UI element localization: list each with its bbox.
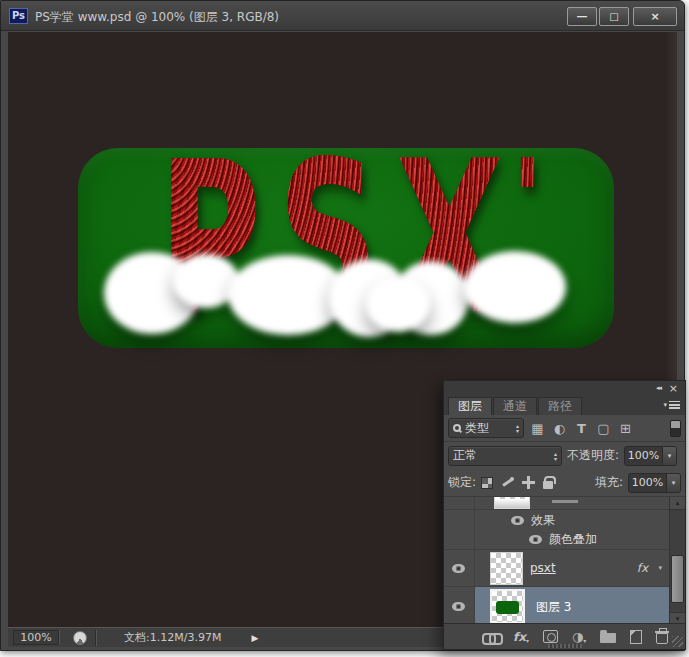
window-title: PS学堂 www.psd @ 100% (图层 3, RGB/8) bbox=[35, 9, 279, 26]
fill-value[interactable]: 100% bbox=[629, 476, 666, 489]
tab-layers[interactable]: 图层 bbox=[448, 397, 492, 415]
filter-smart-object-icon[interactable]: ⊞ bbox=[617, 421, 634, 436]
maximize-button[interactable]: □ bbox=[599, 7, 629, 26]
fill-input[interactable]: 100% ▾ bbox=[628, 473, 681, 493]
add-layer-mask-icon[interactable] bbox=[543, 630, 558, 643]
title-bar[interactable]: Ps PS学堂 www.psd @ 100% (图层 3, RGB/8) — □… bbox=[1, 1, 684, 31]
layer-name[interactable]: psxt bbox=[530, 561, 556, 575]
panel-resize-grip[interactable] bbox=[672, 636, 683, 647]
panel-tabs: 图层 通道 路径 ▾ bbox=[444, 396, 685, 415]
clipped-layer-name bbox=[552, 500, 578, 503]
collapse-effects-arrow-icon[interactable]: ▾ bbox=[658, 564, 662, 572]
panel-drag-handle[interactable] bbox=[548, 644, 582, 648]
visibility-eye-icon[interactable] bbox=[511, 516, 524, 525]
menu-lines-icon bbox=[669, 401, 680, 409]
fur-blob bbox=[366, 276, 430, 332]
color-overlay-label: 颜色叠加 bbox=[549, 531, 597, 548]
effects-label: 效果 bbox=[531, 512, 555, 529]
artwork: PSXT bbox=[78, 148, 614, 348]
opacity-dropdown-arrow-icon[interactable]: ▾ bbox=[662, 447, 676, 465]
document-size-info: 文档:1.12M/3.97M bbox=[124, 630, 221, 645]
delete-layer-icon[interactable] bbox=[656, 633, 668, 644]
combo-arrows-icon: ▴▾ bbox=[516, 423, 519, 433]
close-button[interactable]: × bbox=[633, 7, 677, 26]
layers-panel: ◂◂ × 图层 通道 路径 ▾ 类型 ▴▾ ▦ ◐ T ▢ ⊞ bbox=[443, 380, 686, 650]
new-layer-icon[interactable] bbox=[630, 630, 642, 644]
visibility-eye-icon[interactable] bbox=[452, 602, 465, 611]
fur-blob bbox=[464, 251, 566, 323]
layer-name[interactable]: 图层 3 bbox=[536, 599, 571, 616]
lock-buttons bbox=[481, 476, 553, 489]
filter-adjustment-layers-icon[interactable]: ◐ bbox=[551, 421, 568, 436]
panel-close-icon[interactable]: × bbox=[669, 382, 678, 395]
effects-row[interactable]: 效果 bbox=[444, 510, 669, 530]
status-flyout-arrow-icon[interactable]: ▶ bbox=[251, 633, 258, 643]
opacity-label: 不透明度: bbox=[567, 447, 619, 464]
lock-all-icon[interactable] bbox=[543, 476, 553, 489]
layer-thumbnail[interactable] bbox=[490, 589, 525, 624]
panel-title-bar[interactable]: ◂◂ × bbox=[444, 381, 685, 396]
lock-transparent-pixels-icon[interactable] bbox=[481, 477, 493, 489]
menu-arrow-icon: ▾ bbox=[663, 401, 667, 409]
opacity-value[interactable]: 100% bbox=[625, 449, 662, 462]
layer-thumbnail[interactable] bbox=[490, 552, 523, 585]
filter-pixel-layers-icon[interactable]: ▦ bbox=[529, 421, 546, 436]
scroll-up-icon[interactable]: ▴ bbox=[670, 497, 685, 510]
desktop: Ps PS学堂 www.psd @ 100% (图层 3, RGB/8) — □… bbox=[0, 0, 689, 657]
filter-kind-dropdown[interactable]: 类型 ▴▾ bbox=[448, 418, 524, 438]
visibility-eye-icon[interactable] bbox=[452, 564, 465, 573]
green-layer-preview bbox=[496, 601, 519, 614]
photoshop-logo-icon: Ps bbox=[9, 8, 28, 24]
fill-label: 填充: bbox=[595, 474, 623, 491]
layer-list: 效果 颜色叠加 psxt fx ▾ 图层 3 bbox=[444, 496, 685, 625]
lock-image-pixels-icon[interactable] bbox=[501, 476, 514, 489]
layer-thumbnail[interactable] bbox=[494, 497, 530, 509]
opacity-input[interactable]: 100% ▾ bbox=[624, 446, 677, 466]
new-group-icon[interactable] bbox=[600, 633, 616, 643]
panel-menu-icon[interactable]: ▾ bbox=[663, 401, 680, 409]
filter-shape-layers-icon[interactable]: ▢ bbox=[595, 421, 612, 436]
add-adjustment-layer-button[interactable]: ◑▾ bbox=[572, 629, 586, 644]
lock-label: 锁定: bbox=[448, 474, 476, 491]
tab-channels[interactable]: 通道 bbox=[493, 397, 537, 415]
visibility-eye-icon[interactable] bbox=[529, 535, 542, 544]
lock-row: 锁定: 填充: 100% ▾ bbox=[444, 469, 685, 496]
tab-paths[interactable]: 路径 bbox=[538, 397, 582, 415]
fill-dropdown-arrow-icon[interactable]: ▾ bbox=[666, 474, 680, 492]
lock-position-icon[interactable] bbox=[522, 476, 535, 489]
layer-filter-row: 类型 ▴▾ ▦ ◐ T ▢ ⊞ bbox=[444, 415, 685, 442]
layer-row-clipped[interactable] bbox=[444, 497, 669, 510]
filter-type-layers-icon[interactable]: T bbox=[573, 421, 590, 436]
layer-list-scrollbar[interactable]: ▴ ▾ bbox=[669, 497, 685, 625]
filter-kind-value: 类型 bbox=[465, 420, 489, 437]
status-circle-icon bbox=[73, 631, 87, 645]
blend-mode-dropdown[interactable]: 正常 ▴▾ bbox=[448, 446, 562, 466]
scrollbar-thumb[interactable] bbox=[671, 555, 684, 603]
add-layer-style-button[interactable]: fx▾ bbox=[513, 630, 529, 644]
layer-row-psxt[interactable]: psxt fx ▾ bbox=[444, 550, 669, 587]
search-icon bbox=[453, 424, 461, 432]
layer-effects-fx-icon[interactable]: fx bbox=[637, 561, 648, 575]
panel-bottom-toolbar: fx▾ ◑▾ bbox=[444, 623, 685, 649]
color-overlay-row[interactable]: 颜色叠加 bbox=[444, 530, 669, 550]
blend-mode-row: 正常 ▴▾ 不透明度: 100% ▾ bbox=[444, 442, 685, 469]
blend-mode-value: 正常 bbox=[453, 447, 477, 464]
link-layers-icon[interactable] bbox=[482, 633, 499, 641]
minimize-button[interactable]: — bbox=[567, 7, 597, 26]
divider bbox=[95, 630, 96, 646]
zoom-level-field[interactable]: 100% bbox=[13, 630, 59, 645]
collapse-to-icons-icon[interactable]: ◂◂ bbox=[656, 384, 661, 392]
layer-row-layer3[interactable]: 图层 3 bbox=[444, 587, 669, 625]
filter-toggle-switch[interactable] bbox=[670, 420, 681, 437]
combo-arrows-icon: ▴▾ bbox=[554, 451, 557, 461]
white-fur-trim bbox=[78, 148, 614, 348]
